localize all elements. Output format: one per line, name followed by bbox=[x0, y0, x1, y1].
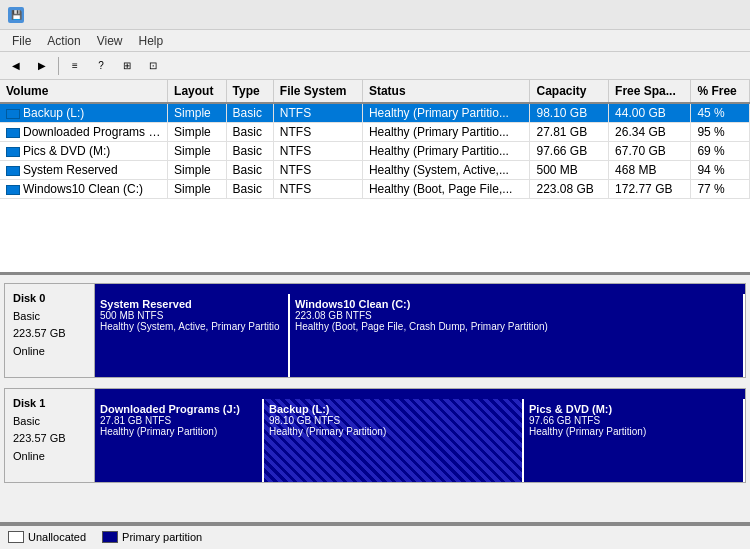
cell-0: Pics & DVD (M:) bbox=[0, 142, 168, 161]
cell-5: 97.66 GB bbox=[530, 142, 609, 161]
part-desc: Healthy (Primary Partition) bbox=[529, 426, 738, 437]
legend-primary-label: Primary partition bbox=[122, 531, 202, 543]
vol-icon bbox=[6, 128, 20, 138]
cell-3: NTFS bbox=[273, 123, 362, 142]
disk-status: Online bbox=[13, 345, 45, 357]
cell-0: System Reserved bbox=[0, 161, 168, 180]
part-size: 500 MB NTFS bbox=[100, 310, 283, 321]
cell-0: Downloaded Programs (J:) bbox=[0, 123, 168, 142]
col-volume[interactable]: Volume bbox=[0, 80, 168, 103]
cell-1: Simple bbox=[168, 103, 226, 123]
part-desc: Healthy (Primary Partition) bbox=[269, 426, 517, 437]
cell-4: Healthy (Primary Partitio... bbox=[362, 142, 530, 161]
menu-bar: File Action View Help bbox=[0, 30, 750, 52]
cell-6: 44.00 GB bbox=[609, 103, 691, 123]
cell-4: Healthy (Primary Partitio... bbox=[362, 123, 530, 142]
part-size: 98.10 GB NTFS bbox=[269, 415, 517, 426]
menu-view[interactable]: View bbox=[89, 32, 131, 50]
window-controls[interactable] bbox=[660, 5, 742, 25]
cell-2: Basic bbox=[226, 142, 273, 161]
cell-1: Simple bbox=[168, 123, 226, 142]
col-capacity[interactable]: Capacity bbox=[530, 80, 609, 103]
vol-icon bbox=[6, 166, 20, 176]
toolbar-help[interactable]: ? bbox=[89, 55, 113, 77]
cell-6: 468 MB bbox=[609, 161, 691, 180]
disk-row-0: Disk 0 Basic 223.57 GB OnlineSystem Rese… bbox=[4, 283, 746, 378]
vol-icon bbox=[6, 185, 20, 195]
part-name: Windows10 Clean (C:) bbox=[295, 298, 738, 310]
disk-top-bar-1 bbox=[95, 389, 745, 399]
table-row[interactable]: Downloaded Programs (J:)SimpleBasicNTFSH… bbox=[0, 123, 750, 142]
cell-3: NTFS bbox=[273, 142, 362, 161]
menu-help[interactable]: Help bbox=[131, 32, 172, 50]
cell-4: Healthy (System, Active,... bbox=[362, 161, 530, 180]
volume-table: Volume Layout Type File System Status Ca… bbox=[0, 80, 750, 199]
cell-2: Basic bbox=[226, 103, 273, 123]
vol-icon bbox=[6, 109, 20, 119]
table-row[interactable]: System ReservedSimpleBasicNTFSHealthy (S… bbox=[0, 161, 750, 180]
part-size: 97.66 GB NTFS bbox=[529, 415, 738, 426]
partition-0-0[interactable]: System Reserved 500 MB NTFS Healthy (Sys… bbox=[95, 294, 290, 377]
toolbar-forward[interactable]: ▶ bbox=[30, 55, 54, 77]
menu-action[interactable]: Action bbox=[39, 32, 88, 50]
disk-type: Basic bbox=[13, 310, 40, 322]
cell-7: 69 % bbox=[691, 142, 750, 161]
disk-size: 223.57 GB bbox=[13, 327, 66, 339]
table-row[interactable]: Backup (L:)SimpleBasicNTFSHealthy (Prima… bbox=[0, 103, 750, 123]
disk-size: 223.57 GB bbox=[13, 432, 66, 444]
cell-6: 172.77 GB bbox=[609, 180, 691, 199]
main-area: Volume Layout Type File System Status Ca… bbox=[0, 80, 750, 549]
cell-5: 500 MB bbox=[530, 161, 609, 180]
col-pct[interactable]: % Free bbox=[691, 80, 750, 103]
disk-parts-row-0: System Reserved 500 MB NTFS Healthy (Sys… bbox=[95, 294, 745, 377]
cell-7: 94 % bbox=[691, 161, 750, 180]
legend-primary-box bbox=[102, 531, 118, 543]
disk-label-0: Disk 0 Basic 223.57 GB Online bbox=[5, 284, 95, 377]
part-desc: Healthy (System, Active, Primary Partiti… bbox=[100, 321, 283, 332]
table-header-row: Volume Layout Type File System Status Ca… bbox=[0, 80, 750, 103]
col-type[interactable]: Type bbox=[226, 80, 273, 103]
toolbar-sep1 bbox=[58, 57, 59, 75]
disk-type: Basic bbox=[13, 415, 40, 427]
disk-name: Disk 1 bbox=[13, 397, 45, 409]
part-size: 27.81 GB NTFS bbox=[100, 415, 257, 426]
col-free[interactable]: Free Spa... bbox=[609, 80, 691, 103]
legend-unallocated: Unallocated bbox=[8, 531, 86, 543]
part-name: System Reserved bbox=[100, 298, 283, 310]
minimize-button[interactable] bbox=[660, 5, 686, 25]
col-status[interactable]: Status bbox=[362, 80, 530, 103]
menu-file[interactable]: File bbox=[4, 32, 39, 50]
cell-4: Healthy (Primary Partitio... bbox=[362, 103, 530, 123]
toolbar-list[interactable]: ≡ bbox=[63, 55, 87, 77]
cell-0: Windows10 Clean (C:) bbox=[0, 180, 168, 199]
cell-7: 45 % bbox=[691, 103, 750, 123]
cell-5: 98.10 GB bbox=[530, 103, 609, 123]
toolbar-back[interactable]: ◀ bbox=[4, 55, 28, 77]
cell-2: Basic bbox=[226, 161, 273, 180]
table-row[interactable]: Windows10 Clean (C:)SimpleBasicNTFSHealt… bbox=[0, 180, 750, 199]
disk-row-1: Disk 1 Basic 223.57 GB OnlineDownloaded … bbox=[4, 388, 746, 483]
close-button[interactable] bbox=[716, 5, 742, 25]
cell-4: Healthy (Boot, Page File,... bbox=[362, 180, 530, 199]
cell-5: 27.81 GB bbox=[530, 123, 609, 142]
disk-name: Disk 0 bbox=[13, 292, 45, 304]
vol-icon bbox=[6, 147, 20, 157]
cell-3: NTFS bbox=[273, 103, 362, 123]
partition-1-1[interactable]: Backup (L:) 98.10 GB NTFS Healthy (Prima… bbox=[264, 399, 524, 482]
partition-1-2[interactable]: Pics & DVD (M:) 97.66 GB NTFS Healthy (P… bbox=[524, 399, 745, 482]
toolbar-grid[interactable]: ⊞ bbox=[115, 55, 139, 77]
volume-table-section: Volume Layout Type File System Status Ca… bbox=[0, 80, 750, 275]
cell-6: 26.34 GB bbox=[609, 123, 691, 142]
toolbar-props[interactable]: ⊡ bbox=[141, 55, 165, 77]
partition-1-0[interactable]: Downloaded Programs (J:) 27.81 GB NTFS H… bbox=[95, 399, 264, 482]
col-layout[interactable]: Layout bbox=[168, 80, 226, 103]
disk-rows: Disk 0 Basic 223.57 GB OnlineSystem Rese… bbox=[0, 275, 750, 497]
partition-0-1[interactable]: Windows10 Clean (C:) 223.08 GB NTFS Heal… bbox=[290, 294, 745, 377]
col-filesystem[interactable]: File System bbox=[273, 80, 362, 103]
maximize-button[interactable] bbox=[688, 5, 714, 25]
app-icon: 💾 bbox=[8, 7, 24, 23]
table-body: Backup (L:)SimpleBasicNTFSHealthy (Prima… bbox=[0, 103, 750, 199]
cell-7: 77 % bbox=[691, 180, 750, 199]
table-row[interactable]: Pics & DVD (M:)SimpleBasicNTFSHealthy (P… bbox=[0, 142, 750, 161]
cell-5: 223.08 GB bbox=[530, 180, 609, 199]
